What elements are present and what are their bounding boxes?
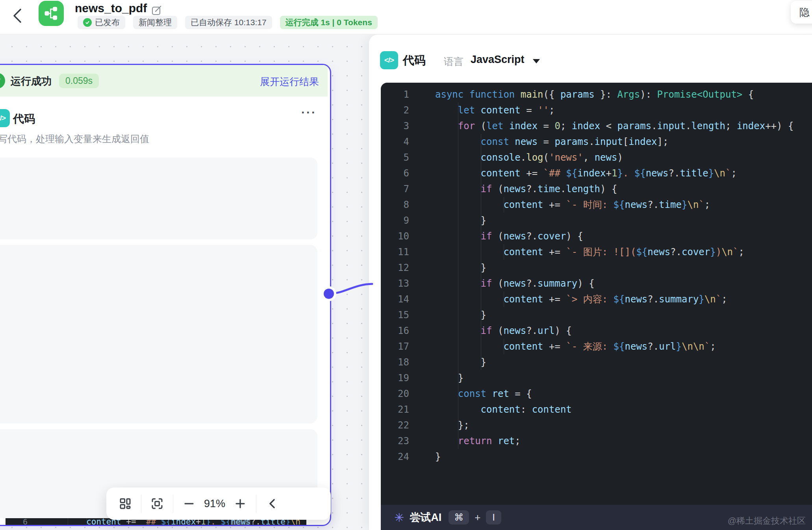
ai-assist-bar: ✳ 尝试AI ⌘ + I @稀土掘金技术社区 [381,505,812,530]
workflow-icon [43,5,60,22]
line-number: 9 [381,213,409,228]
back-button[interactable] [9,6,25,25]
run-status-text: 运行成功 [11,74,52,88]
chevron-down-icon[interactable] [533,59,540,63]
rename-icon[interactable] [151,5,162,16]
code-text: let content = ''; [435,102,554,118]
language-label: 语言 [444,55,463,68]
line-number: 11 [381,244,409,260]
expand-run-result-link[interactable]: 展开运行结果 [260,75,319,88]
fit-screen-icon [151,497,163,510]
category-badge: 新闻整理 [133,16,177,29]
zoom-out-button[interactable] [180,495,198,512]
zoom-in-button[interactable] [232,495,249,512]
autosave-badge: 已自动保存 10:13:17 [185,16,272,29]
code-section-card: 代码 i 在IDE中编辑 1async function main({ para… [0,245,317,423]
code-text: } [435,260,486,276]
divider [256,495,256,513]
fit-view-button[interactable] [148,495,166,512]
line-number: 8 [381,197,409,213]
code-editor-panel: </> 代码 语言 JavaScript 1async function mai… [369,35,812,530]
code-text: if (news?.cover) { [435,228,583,244]
code-line[interactable]: 14 content += `> 内容: ${news?.summary}\n`… [381,291,812,307]
code-line[interactable]: 20 const ret = { [381,386,812,402]
code-line[interactable]: 8 content += `- 时间: ${news?.time}\n`; [381,197,812,213]
code-node-icon: </> [0,109,10,127]
code-line[interactable]: 5 console.log('news', news) [381,150,812,165]
line-number: 15 [381,307,409,323]
code-line[interactable]: 2 let content = ''; [381,102,812,118]
line-number: 16 [381,323,409,339]
code-text: const ret = { [435,386,532,402]
line-number: 22 [381,417,409,433]
code-line[interactable]: 10 if (news?.cover) { [381,228,812,244]
input-section-card: 输入 i 参数名 参数值 input 引用 news − [0,158,317,239]
watermark: @稀土掘金技术社区 [728,515,806,527]
code-line[interactable]: 4 const news = params.input[index]; [381,134,812,150]
code-line[interactable]: 3 for (let index = 0; index < params.inp… [381,118,812,134]
code-text: const news = params.input[index]; [435,134,668,150]
status-badges: 已发布 新闻整理 已自动保存 10:13:17 运行完成 1s | 0 Toke… [78,16,378,29]
run-duration-badge: 0.059s [59,74,99,88]
code-text: content += `> 内容: ${news?.summary}\n`; [435,291,727,307]
code-line[interactable]: 19 } [381,370,812,386]
code-line[interactable]: 12 } [381,260,812,276]
line-number: 17 [381,339,409,354]
line-number: 18 [381,354,409,370]
node-title: 代码 [13,111,35,126]
code-text: } [435,213,486,228]
code-text: console.log('news', news) [435,150,623,165]
code-text: content += `- 来源: ${news?.url}\n\n`; [435,339,716,354]
node-menu-button[interactable]: ··· [301,106,317,119]
language-select[interactable]: JavaScript [471,54,525,66]
code-text: } [435,370,463,386]
workflow-app-icon [39,1,64,26]
code-line[interactable]: 18 } [381,354,812,370]
code-line[interactable]: 13 if (news?.summary) { [381,276,812,291]
code-line[interactable]: 6 content += `## ${index+1}. ${news?.tit… [381,165,812,181]
code-line[interactable]: 15 } [381,307,812,323]
run-status-banner: 运行成功 0.059s 展开运行结果 [0,65,328,96]
line-number: 14 [381,291,409,307]
code-text: } [435,307,486,323]
code-line[interactable]: 9 } [381,213,812,228]
divider [141,495,141,513]
code-line[interactable]: 22 }; [381,417,812,433]
code-text: for (let index = 0; index < params.input… [435,118,793,134]
zoom-level: 91% [198,498,232,510]
line-number: 24 [381,449,409,465]
code-line[interactable]: 7 if (news?.time.length) { [381,181,812,197]
code-line[interactable]: 1async function main({ params }: Args): … [381,87,812,102]
try-ai-label[interactable]: 尝试AI [410,510,441,524]
workflow-title: news_to_pdf [75,2,147,15]
code-node-panel[interactable]: 运行成功 0.059s 展开运行结果 </> 代码 ··· 写代码，处理输入变量… [0,64,331,526]
code-line[interactable]: 21 content: content [381,402,812,417]
line-number: 1 [381,87,409,102]
code-text: if (news?.url) { [435,323,572,339]
minus-icon [183,498,195,510]
run-success-icon [0,73,5,89]
chevron-left-icon [267,498,277,510]
line-number: 6 [381,165,409,181]
line-number: 20 [381,386,409,402]
code-text: content += `## ${index+1}. ${news?.title… [435,165,737,181]
code-text: content += `- 时间: ${news?.time}\n`; [435,197,710,213]
workflow-editor: 运行成功 0.059s 展开运行结果 </> 代码 ··· 写代码，处理输入变量… [0,0,812,530]
code-text: content: content [435,402,572,417]
layout-grid-button[interactable] [117,495,134,512]
cmd-keycap: ⌘ [449,510,469,524]
code-text: async function main({ params }: Args): P… [435,87,754,102]
sparkle-icon: ✳ [394,511,404,524]
code-line[interactable]: 11 content += `- 图片: ![](${news?.cover})… [381,244,812,260]
code-line[interactable]: 17 content += `- 来源: ${news?.url}\n\n`; [381,339,812,354]
code-line[interactable]: 24} [381,449,812,465]
hide-panel-button[interactable]: 隐 [791,1,812,24]
collapse-toolbar-button[interactable] [263,495,281,512]
run-result-badge: 运行完成 1s | 0 Tokens [280,16,378,29]
line-number: 5 [381,150,409,165]
line-number: 7 [381,181,409,197]
main-code-editor[interactable]: 1async function main({ params }: Args): … [381,83,812,509]
code-line[interactable]: 16 if (news?.url) { [381,323,812,339]
code-text: if (news?.summary) { [435,276,595,291]
code-line[interactable]: 23 return ret; [381,433,812,449]
